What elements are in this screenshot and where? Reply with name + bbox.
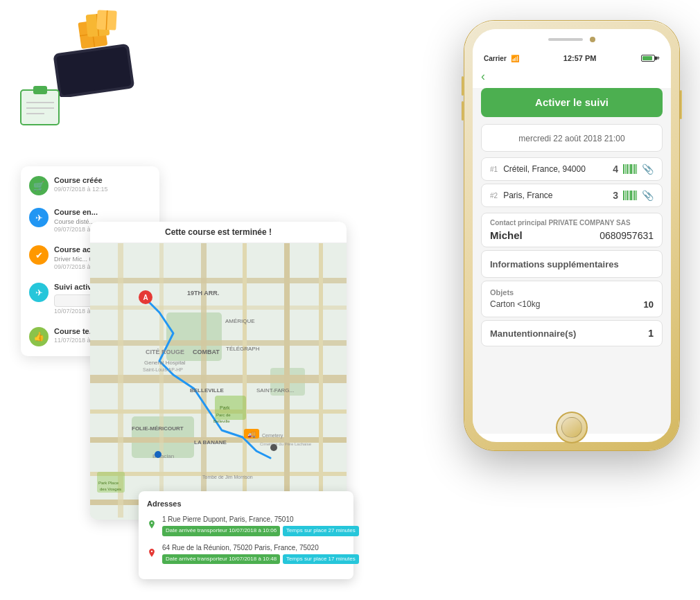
svg-rect-10 [33, 86, 47, 94]
volume-down-button [462, 101, 464, 121]
tl-icon-plane: ✈ [29, 208, 49, 227]
svg-text:Park: Park [220, 405, 230, 410]
svg-rect-66 [633, 164, 633, 174]
addr1-badge1: Date arrivée transporteur 10/07/2018 à 1… [162, 526, 280, 536]
loc1-name: Créteil, France, 94000 [503, 164, 586, 174]
tl-icon-cart: 🛒 [29, 176, 49, 195]
svg-text:Saint-Louis AP-HP: Saint-Louis AP-HP [143, 367, 183, 372]
objects-name: Carton <10kg [490, 299, 540, 310]
loc2-name: Paris, France [503, 191, 552, 200]
addr-green-icon [147, 520, 157, 530]
svg-text:Cemetery: Cemetery [262, 433, 283, 439]
svg-point-52 [270, 444, 277, 451]
clip-icon-1: 📎 [642, 164, 654, 175]
address-row-1: 1 Rue Pierre Dupont, Paris, France, 7501… [147, 515, 345, 536]
svg-rect-21 [90, 375, 347, 383]
svg-text:General Hospital: General Hospital [144, 360, 186, 366]
location-card-1: #1 Créteil, France, 94000 4 [481, 157, 663, 181]
clipboard-illustration [14, 76, 69, 132]
loc1-num: #1 [490, 166, 498, 173]
app-scroll-area[interactable]: ‹ Activer le suivi mercredi 22 août 2018… [473, 65, 671, 434]
objects-section: Objets Carton <10kg 10 [481, 281, 663, 317]
svg-text:SAINT-FARG...: SAINT-FARG... [256, 387, 294, 394]
contact-label: Contact principal PRIVATE COMPANY SAS [490, 219, 654, 227]
svg-text:Belleville: Belleville [213, 419, 230, 423]
svg-rect-75 [634, 191, 636, 200]
svg-rect-73 [630, 191, 632, 200]
manutentionnaire-label: Manutentionnaire(s) [490, 328, 576, 339]
manutentionnaire-count: 1 [648, 328, 654, 339]
contact-name: Michel [490, 229, 523, 241]
back-chevron-icon[interactable]: ‹ [481, 69, 485, 83]
phone-wrapper: Carrier 📶 12:57 PM + ‹ [464, 21, 679, 575]
svg-rect-31 [319, 243, 323, 518]
activate-button[interactable]: Activer le suivi [481, 88, 663, 117]
svg-rect-64 [629, 164, 629, 174]
svg-rect-74 [633, 191, 633, 200]
svg-rect-70 [625, 191, 626, 200]
battery-icon [641, 55, 655, 62]
svg-rect-69 [623, 191, 624, 200]
svg-rect-62 [625, 164, 626, 174]
tl-icon-tracking: ✈ [29, 283, 49, 302]
phone-speaker [548, 38, 583, 41]
svg-text:des Vosges: des Vosges [100, 487, 121, 491]
svg-text:19TH ARR.: 19TH ARR. [187, 290, 219, 297]
svg-rect-76 [636, 191, 637, 200]
power-button [680, 90, 682, 119]
objects-label: Objets [490, 288, 654, 297]
svg-text:🚚: 🚚 [247, 430, 256, 439]
manutentionnaire-section: Manutentionnaire(s) 1 [481, 320, 663, 346]
barcode-icon-1 [622, 164, 638, 175]
addr1-badge2: Temps sur place 27 minutes [283, 526, 359, 536]
svg-text:BELLEVILLE: BELLEVILLE [190, 387, 225, 394]
address-card: Adresses 1 Rue Pierre Dupont, Paris, Fra… [139, 491, 353, 579]
svg-rect-61 [623, 164, 624, 174]
svg-text:FOLIE-MÉRICOURT: FOLIE-MÉRICOURT [132, 425, 184, 432]
home-button-inner [561, 417, 582, 438]
svg-rect-65 [630, 164, 632, 174]
loc2-num: #2 [490, 192, 498, 200]
addr-red-icon [147, 549, 157, 558]
svg-rect-63 [627, 164, 628, 174]
barcode-icon-2 [622, 190, 638, 201]
tl-title-1: Course créée [54, 176, 151, 185]
map-card: Cette course est terminée ! [90, 222, 347, 520]
map-body: 19TH ARR. AMÉRIQUE CITÉ ROUGE General Ho… [90, 243, 347, 518]
tl-date-1: 09/07/2018 à 12:15 [54, 186, 151, 193]
svg-rect-19 [90, 306, 347, 310]
volume-up-button [462, 76, 464, 96]
addr2-badge2: Temps sur place 17 minutes [283, 554, 359, 564]
svg-text:TÉLÉGRAPH: TÉLÉGRAPH [226, 346, 260, 352]
addr2-badge1: Date arrivée transporteur 10/07/2018 à 1… [162, 554, 280, 564]
activate-button-label: Activer le suivi [535, 96, 609, 108]
phone-camera [590, 37, 595, 42]
home-button[interactable] [556, 412, 588, 443]
phone-outer: Carrier 📶 12:57 PM + ‹ [464, 21, 679, 450]
address-card-title: Adresses [147, 500, 345, 508]
svg-text:Parc de: Parc de [216, 413, 231, 417]
battery-icon-wrap: + [641, 55, 660, 62]
svg-text:AMÉRIQUE: AMÉRIQUE [225, 318, 255, 324]
battery-status: + [641, 55, 660, 62]
timeline-item-1: 🛒 Course créée 09/07/2018 à 12:15 [29, 176, 151, 195]
svg-rect-27 [159, 243, 164, 518]
svg-rect-67 [634, 164, 636, 174]
svg-text:LA BANANE: LA BANANE [194, 439, 227, 445]
svg-text:CITÉ ROUGE: CITÉ ROUGE [146, 348, 184, 355]
contact-phone: 0680957631 [600, 230, 654, 241]
back-button-row: ‹ [473, 65, 671, 88]
carrier-label: Carrier 📶 [484, 55, 519, 62]
svg-point-51 [155, 451, 161, 458]
status-bar: Carrier 📶 12:57 PM + [473, 50, 671, 65]
clip-icon-2: 📎 [642, 190, 654, 201]
date-text: mercredi 22 août 2018 21:00 [518, 134, 624, 143]
info-supplementaires-label: Informations supplémentaires [490, 259, 619, 270]
svg-rect-71 [627, 191, 628, 200]
svg-rect-18 [90, 278, 347, 283]
svg-rect-20 [90, 340, 347, 346]
svg-rect-30 [284, 243, 290, 518]
svg-text:A: A [143, 294, 148, 301]
info-supplementaires-section: Informations supplémentaires [481, 250, 663, 278]
svg-rect-72 [629, 191, 629, 200]
